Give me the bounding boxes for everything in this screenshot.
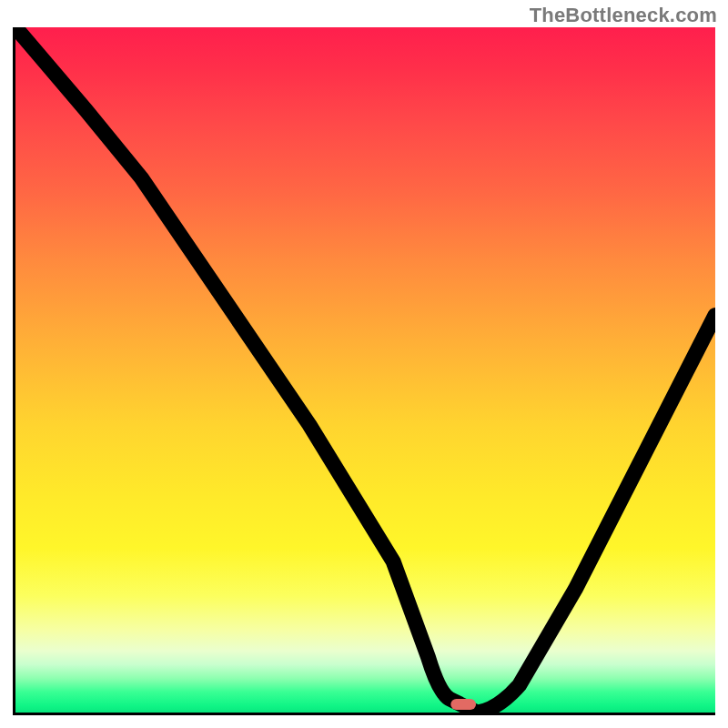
bottleneck-curve-path [15,27,715,713]
plot-area [13,27,715,715]
watermark-text: TheBottleneck.com [530,4,717,27]
curve-layer [15,27,715,713]
bottleneck-chart: TheBottleneck.com [0,0,728,728]
optimal-point-marker [450,699,476,710]
